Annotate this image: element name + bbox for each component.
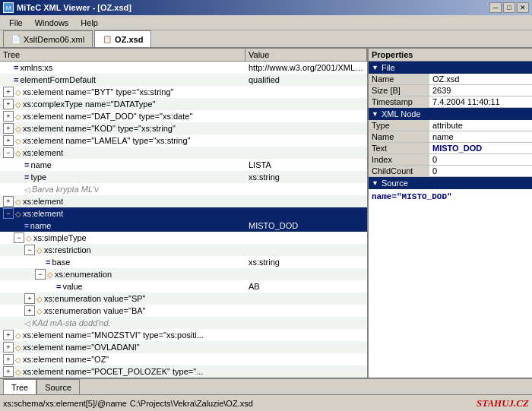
- tree-row[interactable]: + ◇ xs:element name="KOD" type="xs:strin…: [0, 122, 367, 134]
- tree-row[interactable]: − ◇ xs:enumeration: [0, 268, 367, 280]
- elem-icon: ◇: [36, 246, 43, 255]
- expander-icon[interactable]: +: [3, 87, 14, 97]
- prop-value-timestamp: 7.4.2004 11:40:11: [429, 96, 532, 108]
- tree-row[interactable]: − ◇ xs:restriction: [0, 244, 367, 256]
- status-bar: xs:schema/xs:element[5]/@name C:\Project…: [0, 394, 532, 411]
- expander-icon[interactable]: +: [24, 305, 35, 316]
- status-xpath: xs:schema/xs:element[5]/@name: [3, 399, 127, 408]
- equals-icon: =: [24, 160, 29, 169]
- tree-row[interactable]: = xmlns:xs http://www.w3.org/2001/XMLSch…: [0, 62, 367, 74]
- equals-icon: =: [56, 282, 61, 291]
- elem-icon: ◇: [15, 368, 21, 376]
- menu-file[interactable]: File: [3, 17, 29, 29]
- tree-row[interactable]: − ◇ xs:element: [0, 147, 367, 159]
- expander-icon[interactable]: −: [14, 232, 24, 243]
- section-collapse-icon: ▼: [372, 179, 378, 187]
- expander-icon[interactable]: +: [3, 196, 14, 207]
- tree-header: Tree Value: [0, 49, 367, 62]
- menu-windows[interactable]: Windows: [29, 17, 75, 29]
- elem-icon: ◇: [15, 343, 21, 352]
- prop-label-text: Text: [369, 143, 429, 154]
- elem-icon: ◇: [15, 331, 21, 340]
- prop-label-childcount: ChildCount: [369, 166, 429, 177]
- prop-value-index: 0: [429, 154, 532, 166]
- prop-label-size: Size [B]: [369, 85, 429, 96]
- tree-row[interactable]: = type xs:string: [0, 171, 367, 183]
- menu-help[interactable]: Help: [74, 17, 104, 29]
- prop-row-timestamp: Timestamp 7.4.2004 11:40:11: [369, 96, 532, 108]
- xmlnode-section-header[interactable]: ▼ XML Node: [369, 108, 532, 120]
- elem-icon: ◇: [15, 210, 21, 218]
- tree-row[interactable]: = name LISTA: [0, 159, 367, 171]
- elem-icon: ◇: [15, 198, 21, 206]
- tab-xsd-icon: 📋: [103, 35, 112, 43]
- prop-row-type: Type attribute: [369, 120, 532, 131]
- source-code-box: name="MISTO_DOD": [369, 189, 532, 204]
- prop-label-xmlname: Name: [369, 131, 429, 143]
- tree-row[interactable]: + ◇ xs:element name="DAT_DOD" type="xs:d…: [0, 110, 367, 122]
- tree-row[interactable]: + ◇ xs:enumeration value="BA": [0, 305, 367, 317]
- prop-label-timestamp: Timestamp: [369, 96, 429, 108]
- tree-row[interactable]: + ◇ xs:element name="LAMELA" type="xs:st…: [0, 134, 367, 147]
- equals-icon: =: [14, 75, 18, 84]
- left-pane: Tree Value = xmlns:xs http://www.w3.org/…: [0, 49, 369, 378]
- title-bar-buttons: ─ □ ✕: [489, 2, 529, 13]
- prop-row-xmlname: Name name: [369, 131, 532, 143]
- tree-row[interactable]: + ◇ xs:element name="MNOZSTVI" type="xs:…: [0, 329, 367, 341]
- expander-icon[interactable]: −: [3, 147, 14, 158]
- tree-row[interactable]: = value AB: [0, 280, 367, 292]
- xmlnode-section-label: XML Node: [382, 109, 421, 119]
- expander-icon[interactable]: +: [3, 330, 14, 340]
- section-collapse-icon: ▼: [372, 64, 378, 71]
- source-section-header[interactable]: ▼ Source: [369, 177, 532, 189]
- tree-area[interactable]: = xmlns:xs http://www.w3.org/2001/XMLSch…: [0, 62, 367, 378]
- tab-ozxsd-label: OZ.xsd: [115, 35, 143, 44]
- tree-row[interactable]: − ◇ xs:simpleType: [0, 232, 367, 244]
- expander-icon[interactable]: +: [3, 366, 14, 377]
- expander-icon[interactable]: −: [35, 269, 46, 280]
- minimize-button[interactable]: ─: [489, 2, 502, 13]
- tree-row[interactable]: ◁ KAd mA-sta dodd'nd.: [0, 317, 367, 329]
- tree-row[interactable]: + ◇ xs:element: [0, 195, 367, 207]
- tree-row[interactable]: + ◇ xs:element name="POCET_POLOZEK" type…: [0, 365, 367, 378]
- maximize-button[interactable]: □: [503, 2, 515, 13]
- tree-row[interactable]: = elementFormDefault qualified: [0, 74, 367, 86]
- tree-row-selected-attr[interactable]: = name MISTO_DOD: [0, 220, 367, 232]
- bottom-tab-source-label: Source: [45, 383, 71, 392]
- stahuj-logo: STAHUJ.CZ: [477, 397, 529, 409]
- tree-row[interactable]: ◁ Barva krypta ML'v: [0, 183, 367, 195]
- comment-icon: ◁: [24, 319, 30, 327]
- expander-icon[interactable]: +: [3, 111, 14, 122]
- tree-row[interactable]: + ◇ xs:element name="BYT" type="xs:strin…: [0, 86, 367, 98]
- equals-icon: =: [46, 258, 50, 267]
- tree-row[interactable]: = base xs:string: [0, 256, 367, 268]
- col-header-value: Value: [245, 49, 367, 61]
- expander-icon[interactable]: −: [3, 208, 14, 219]
- expander-icon[interactable]: +: [3, 135, 14, 146]
- expander-icon[interactable]: +: [3, 123, 14, 134]
- file-section-header[interactable]: ▼ File: [369, 62, 532, 74]
- elem-icon: ◇: [36, 295, 43, 303]
- close-button[interactable]: ✕: [517, 2, 529, 13]
- expander-icon[interactable]: −: [24, 245, 35, 255]
- tree-row[interactable]: + ◇ xs:element name="OVLADANI": [0, 341, 367, 353]
- expander-icon[interactable]: +: [3, 99, 14, 109]
- bottom-tab-tree[interactable]: Tree: [3, 379, 36, 394]
- prop-value-name: OZ.xsd: [429, 74, 532, 85]
- elem-icon: ◇: [26, 234, 32, 242]
- expander-icon[interactable]: +: [24, 293, 35, 304]
- tab-ozxsd[interactable]: 📋 OZ.xsd: [94, 30, 151, 47]
- expander-icon[interactable]: +: [3, 354, 14, 365]
- prop-value-childcount: 0: [429, 166, 532, 177]
- properties-header: Properties: [369, 49, 532, 62]
- elem-icon: ◇: [15, 137, 21, 145]
- expander-icon[interactable]: +: [3, 342, 14, 353]
- tree-row[interactable]: + ◇ xs:enumeration value="SP": [0, 292, 367, 305]
- tree-row-selected[interactable]: − ◇ xs:element: [0, 207, 367, 220]
- tab-xsltdemo[interactable]: 📄 XsltDemo06.xml: [3, 30, 93, 47]
- tree-row[interactable]: + ◇ xs:complexType name="DATAType": [0, 98, 367, 110]
- tree-row[interactable]: + ◇ xs:element name="OZ": [0, 353, 367, 365]
- bottom-tab-source[interactable]: Source: [36, 379, 80, 394]
- prop-row-index: Index 0: [369, 154, 532, 166]
- elem-icon: ◇: [15, 125, 21, 133]
